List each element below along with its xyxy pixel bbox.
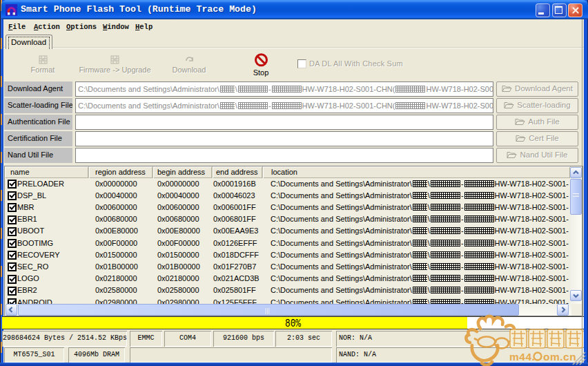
svg-text:m44.: m44. <box>509 351 535 363</box>
svg-text:om.cn: om.cn <box>543 351 576 363</box>
